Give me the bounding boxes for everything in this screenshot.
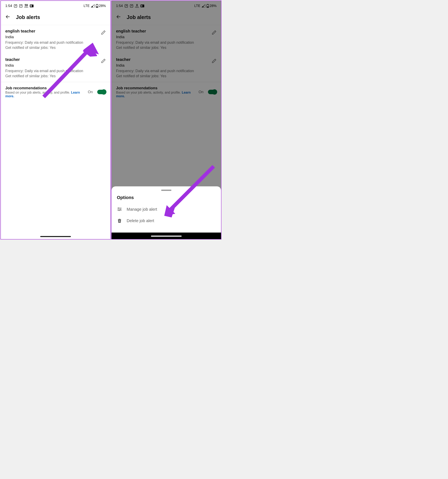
edit-icon[interactable] [212,30,217,36]
screenshot-icon-2 [19,4,23,8]
alert-location: India [116,63,131,68]
alert-similar: Get notified of similar jobs: Yes [116,46,217,50]
options-bottom-sheet: Options Manage job alert Delete job aler… [112,186,221,233]
manage-label: Manage job alert [127,207,157,212]
sheet-handle[interactable] [161,190,171,191]
alert-similar: Get notified of similar jobs: Yes [116,74,217,78]
screenshot-icon [14,4,17,8]
recommendations-toggle[interactable] [208,90,217,94]
svg-point-19 [119,210,120,211]
svg-rect-12 [207,4,208,5]
rec-title: Job recommendations [5,86,85,90]
rec-desc: Based on your job alerts, activity, and … [116,91,181,94]
app-header: Job alerts [112,10,221,25]
svg-rect-6 [96,7,98,7]
sheet-title: Options [112,195,221,204]
phone-screen-right: 1:54 0KB/s LTE 28% [111,0,221,240]
alert-name: english teacher [5,29,35,33]
network-type: LTE [84,4,90,8]
data-speed: 59KB/s [24,4,28,8]
alert-name: teacher [5,57,20,62]
alert-frequency: Frequency: Daily via email and push noti… [116,40,217,45]
alert-similar: Get notified of similar jobs: Yes [5,74,106,78]
job-recommendations-row: Job recommendations Based on your job al… [112,82,221,102]
alert-name: english teacher [116,29,146,33]
alert-location: India [5,63,20,68]
alert-frequency: Frequency: Daily via email and push noti… [116,69,217,73]
edit-icon[interactable] [101,30,106,36]
status-time: 1:54 [5,4,12,8]
alert-location: India [5,35,35,39]
job-recommendations-row: Job recommendations Based on your job al… [1,82,110,102]
svg-rect-5 [97,4,98,5]
svg-rect-21 [119,220,119,222]
trash-icon [117,218,122,223]
alert-similar: Get notified of similar jobs: Yes [5,46,106,50]
edit-icon[interactable] [101,59,106,64]
status-time: 1:54 [116,4,123,8]
toggle-state-label: On [88,90,93,94]
dolby-icon [141,5,144,7]
svg-rect-20 [118,220,121,223]
rec-desc: Based on your job alerts, activity, and … [5,91,70,94]
svg-point-10 [141,5,142,7]
phone-screen-left: 1:54 59KB/s LTE 28% [0,0,111,240]
rec-title: Job recommendations [116,86,196,90]
alert-name: teacher [116,57,131,62]
nav-pill[interactable] [40,236,71,237]
job-alert-item[interactable]: english teacher India Frequency: Daily v… [112,25,221,53]
network-type: LTE [194,4,200,8]
page-title: Job alerts [16,14,40,20]
status-bar: 1:54 0KB/s LTE 28% [112,1,221,10]
svg-rect-13 [207,7,208,7]
dolby-icon [30,5,33,7]
battery-status: 28% [96,4,106,8]
nav-bar [112,233,221,239]
svg-point-18 [120,209,121,210]
battery-status: 28% [206,4,217,8]
svg-point-17 [118,208,119,209]
nav-pill[interactable] [151,236,182,237]
job-alert-item[interactable]: teacher India Frequency: Daily via email… [1,53,110,82]
page-title: Job alerts [127,14,151,20]
manage-job-alert-item[interactable]: Manage job alert [112,204,221,215]
sliders-icon [117,207,122,212]
data-speed: 0KB/s [135,4,139,8]
status-bar: 1:54 59KB/s LTE 28% [1,1,110,10]
delete-job-alert-item[interactable]: Delete job alert [112,215,221,226]
alert-location: India [116,35,146,39]
signal-icon [202,5,205,7]
job-alert-item[interactable]: english teacher India Frequency: Daily v… [1,25,110,53]
delete-label: Delete job alert [127,219,154,223]
edit-icon[interactable] [212,59,217,64]
back-button[interactable] [5,14,11,20]
screenshot-icon-2 [130,4,133,8]
recommendations-toggle[interactable] [97,90,106,94]
svg-point-3 [30,5,32,7]
back-button[interactable] [116,14,121,20]
screenshot-icon [125,4,128,8]
alert-frequency: Frequency: Daily via email and push noti… [5,69,106,73]
app-header: Job alerts [1,10,110,25]
signal-icon [91,5,95,7]
toggle-state-label: On [198,90,204,94]
svg-rect-22 [120,220,120,222]
alert-frequency: Frequency: Daily via email and push noti… [5,40,106,45]
job-alert-item[interactable]: teacher India Frequency: Daily via email… [112,53,221,82]
